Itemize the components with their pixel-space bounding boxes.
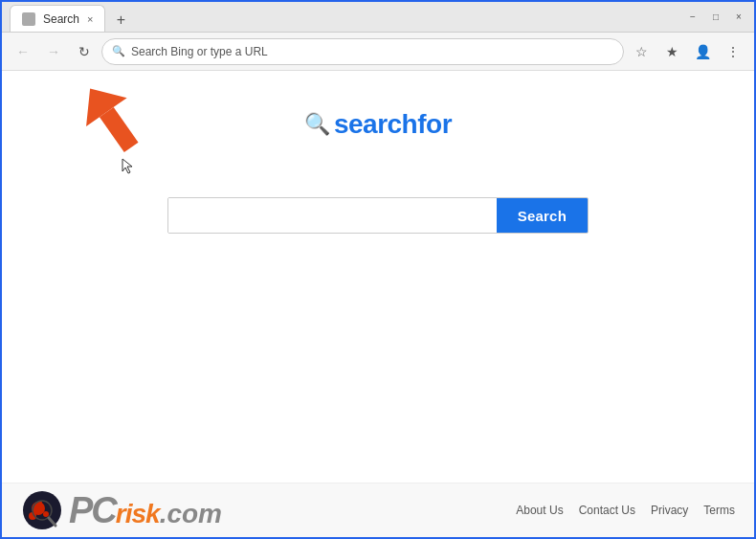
address-bar[interactable]: 🔍 Search Bing or type a URL [101, 38, 624, 65]
footer-logo: PC risk .com [21, 489, 516, 531]
svg-marker-3 [122, 159, 132, 173]
tab-favicon [22, 12, 35, 26]
tab-area: Search × + [10, 2, 685, 32]
browser-frame: Search × + − □ × ← → ↻ 🔍 Search Bing or … [0, 0, 756, 539]
svg-point-7 [43, 511, 49, 517]
search-button[interactable]: Search [497, 198, 588, 233]
search-input[interactable] [168, 198, 497, 233]
back-icon: ← [16, 44, 30, 59]
browser-tab[interactable]: Search × [10, 5, 105, 32]
footer-link-terms[interactable]: Terms [703, 504, 735, 517]
logo-search-icon: 🔍 [304, 112, 330, 137]
logo-prefix: search [334, 109, 417, 139]
arrow-svg [59, 80, 174, 176]
arrow-annotation [59, 80, 174, 180]
profile-button[interactable]: 👤 [689, 38, 716, 65]
new-tab-button[interactable]: + [109, 9, 132, 32]
brand-risk: risk [116, 499, 160, 529]
refresh-button[interactable]: ↻ [71, 38, 98, 65]
title-bar: Search × + − □ × [2, 2, 754, 33]
more-button[interactable]: ⋮ [720, 38, 746, 65]
address-text: Search Bing or type a URL [131, 45, 613, 58]
search-area: Search [2, 197, 754, 234]
forward-icon: → [47, 44, 60, 59]
footer-link-about-us[interactable]: About Us [516, 504, 563, 517]
minimize-button[interactable]: − [685, 10, 700, 25]
favorites-button[interactable]: ☆ [628, 38, 655, 65]
close-button[interactable]: × [731, 10, 746, 25]
refresh-icon: ↻ [78, 44, 90, 59]
footer-links: About Us Contact Us Privacy Terms [516, 504, 735, 517]
extensions-button[interactable]: ★ [658, 38, 685, 65]
favorites-icon: ☆ [635, 44, 648, 59]
more-icon: ⋮ [726, 44, 740, 59]
page-footer: PC risk .com About Us Contact Us Privacy… [2, 483, 754, 537]
svg-rect-1 [100, 107, 139, 152]
back-button[interactable]: ← [10, 38, 36, 65]
footer-link-contact-us[interactable]: Contact Us [579, 504, 635, 517]
search-icon: 🔍 [112, 45, 125, 57]
pcrisk-logo-text: PC risk .com [69, 492, 222, 529]
profile-icon: 👤 [695, 44, 711, 59]
tab-close-button[interactable]: × [87, 13, 93, 25]
navigation-bar: ← → ↻ 🔍 Search Bing or type a URL ☆ ★ 👤 … [2, 33, 754, 71]
logo-suffix: for [417, 109, 452, 139]
extensions-icon: ★ [666, 44, 678, 59]
brand-pc: PC [69, 492, 116, 528]
maximize-button[interactable]: □ [708, 10, 723, 25]
footer-link-privacy[interactable]: Privacy [651, 504, 688, 517]
pcrisk-icon [21, 489, 63, 531]
window-controls: − □ × [685, 10, 746, 25]
tab-title: Search [43, 12, 79, 26]
search-input-wrapper: Search [167, 197, 589, 234]
logo-text: searchfor [334, 109, 452, 140]
page-content: 🔍 searchfor Search [2, 71, 754, 537]
nav-actions: ☆ ★ 👤 ⋮ [628, 38, 746, 65]
forward-button[interactable]: → [40, 38, 67, 65]
brand-dotcom: .com [160, 499, 222, 529]
